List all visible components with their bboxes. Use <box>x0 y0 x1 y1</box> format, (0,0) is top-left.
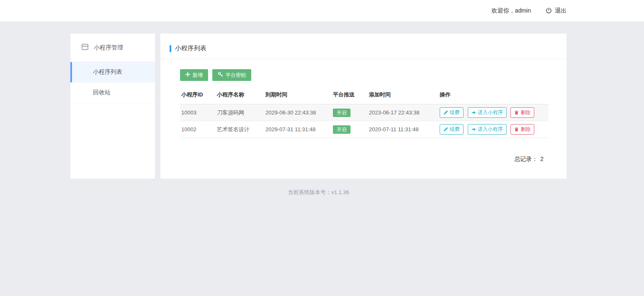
main-panel: 小程序列表 新增 <box>160 34 567 179</box>
add-button[interactable]: 新增 <box>180 69 208 81</box>
trash-icon <box>514 127 519 132</box>
miniprogram-table: 小程序ID 小程序名称 到期时间 平台推送 添加时间 操作 10003 刀客源码… <box>180 88 549 138</box>
sidebar-item-label: 小程序列表 <box>93 68 122 76</box>
renew-button[interactable]: 续费 <box>440 107 464 118</box>
arrow-right-icon <box>471 127 476 132</box>
sidebar-item-label: 回收站 <box>93 89 111 96</box>
page-title: 小程序列表 <box>175 44 206 52</box>
arrow-right-icon <box>471 110 476 115</box>
column-header-id: 小程序ID <box>180 88 216 104</box>
title-accent-bar <box>170 45 171 52</box>
welcome-text: 欢迎你，admin <box>492 7 531 15</box>
total-records-label: 总记录： <box>514 156 538 162</box>
delete-button[interactable]: 删除 <box>510 107 534 118</box>
cell-added: 2023-06-17 22:43:38 <box>368 104 438 121</box>
total-records-value: 2 <box>540 156 544 162</box>
enter-label: 进入小程序 <box>478 109 503 116</box>
version-footer: 当前系统版本号：v1.1.36 <box>70 189 567 196</box>
platform-key-button-label: 平台密钥 <box>226 72 246 79</box>
power-icon <box>545 7 552 14</box>
logout-button[interactable]: 退出 <box>545 7 567 15</box>
cell-name: 刀客源码网 <box>216 104 264 121</box>
column-header-actions: 操作 <box>438 88 549 104</box>
cell-added: 2020-07-11 11:31:48 <box>368 121 438 138</box>
sidebar-item-recycle-bin[interactable]: 回收站 <box>70 83 155 103</box>
logout-label: 退出 <box>555 7 567 15</box>
delete-button[interactable]: 删除 <box>510 124 534 135</box>
status-badge: 开启 <box>333 109 350 117</box>
sidebar: 小程序管理 小程序列表 回收站 <box>70 34 155 179</box>
column-header-added: 添加时间 <box>368 88 438 104</box>
sidebar-item-miniprogram-management[interactable]: 小程序管理 <box>70 34 155 62</box>
pencil-icon <box>443 127 448 132</box>
trash-icon <box>514 110 519 115</box>
cell-expire: 2029-07-31 11:31:48 <box>264 121 332 138</box>
add-button-label: 新增 <box>193 72 203 79</box>
sidebar-parent-label: 小程序管理 <box>94 44 123 52</box>
delete-label: 删除 <box>520 109 531 116</box>
cell-name: 艺术签名设计 <box>216 121 264 138</box>
table-row: 10003 刀客源码网 2029-06-30 22:43:38 开启 2023-… <box>180 104 549 121</box>
panel-header: 小程序列表 <box>160 34 567 59</box>
toolbar: 新增 平台密钥 <box>180 69 549 81</box>
enter-miniprogram-button[interactable]: 进入小程序 <box>468 124 507 135</box>
cell-expire: 2029-06-30 22:43:38 <box>264 104 332 121</box>
column-header-expire: 到期时间 <box>264 88 332 104</box>
table-row: 10002 艺术签名设计 2029-07-31 11:31:48 开启 2020… <box>180 121 549 138</box>
pencil-icon <box>443 110 448 115</box>
sidebar-item-miniprogram-list[interactable]: 小程序列表 <box>70 62 155 83</box>
renew-button[interactable]: 续费 <box>440 124 464 135</box>
cell-id: 10002 <box>180 121 216 138</box>
column-header-name: 小程序名称 <box>216 88 264 104</box>
platform-key-button[interactable]: 平台密钥 <box>212 69 251 81</box>
key-icon <box>218 72 223 78</box>
topbar: 欢迎你，admin 退出 <box>0 0 644 22</box>
renew-label: 续费 <box>450 126 460 133</box>
renew-label: 续费 <box>450 109 460 116</box>
delete-label: 删除 <box>520 126 531 133</box>
enter-miniprogram-button[interactable]: 进入小程序 <box>468 107 507 118</box>
status-badge: 开启 <box>333 125 350 134</box>
enter-label: 进入小程序 <box>478 126 503 133</box>
total-records: 总记录：2 <box>180 156 549 163</box>
miniprogram-shop-icon <box>81 43 89 52</box>
plus-icon <box>185 72 190 78</box>
cell-id: 10003 <box>180 104 216 121</box>
column-header-push: 平台推送 <box>332 88 368 104</box>
